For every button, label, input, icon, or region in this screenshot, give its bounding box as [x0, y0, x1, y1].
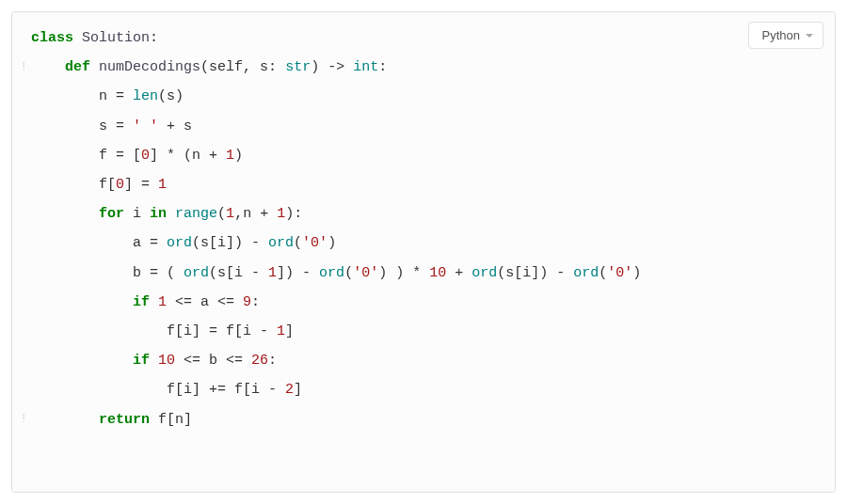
- token-op: f[i] = f[i -: [31, 323, 277, 339]
- token-op: b = (: [31, 265, 184, 281]
- token-op: n =: [31, 88, 133, 104]
- token-num: 1: [277, 323, 285, 339]
- token-op: + s: [158, 118, 192, 134]
- gutter-line: !: [12, 53, 29, 82]
- token-op: s =: [31, 118, 133, 134]
- token-cls: Solution: [82, 30, 150, 46]
- token-op: f = [: [31, 148, 141, 164]
- token-num: 10: [429, 265, 446, 281]
- token-op: f[: [31, 177, 116, 193]
- token-num: 1: [158, 177, 167, 193]
- token-kw: def: [65, 59, 90, 75]
- gutter-line: [12, 24, 29, 53]
- token-fn: numDecodings: [99, 59, 200, 75]
- gutter-line: [12, 375, 29, 404]
- token-op: :: [268, 353, 277, 369]
- token-bi: ord: [471, 265, 497, 281]
- chevron-down-icon: [806, 34, 813, 38]
- token-op: [31, 353, 133, 369]
- token-kw: if: [133, 353, 150, 369]
- gutter-line: [12, 317, 29, 346]
- token-num: 1: [268, 265, 277, 281]
- token-num: 9: [243, 294, 251, 310]
- gutter-line: [12, 346, 29, 375]
- token-op: (s[i]) -: [497, 265, 573, 281]
- gutter-line: [12, 170, 29, 199]
- gutter-line: [12, 228, 29, 258]
- token-kw: for: [99, 206, 124, 222]
- token-kw: in: [150, 206, 167, 222]
- token-op: (s[i -: [209, 265, 268, 281]
- token-op: [31, 59, 65, 75]
- gutter-line: [12, 199, 29, 228]
- token-id: self: [209, 59, 243, 75]
- token-op: :: [150, 30, 158, 46]
- token-bi: len: [133, 88, 158, 104]
- token-bi: ord: [573, 265, 599, 281]
- token-bi: ord: [268, 235, 294, 251]
- token-op: +: [446, 265, 471, 281]
- token-kw: if: [133, 294, 150, 310]
- token-op: [31, 206, 99, 222]
- token-op: (s): [158, 88, 184, 104]
- gutter-line: [12, 112, 29, 141]
- token-op: f[i] += f[i -: [31, 382, 285, 398]
- token-op: ) ->: [311, 59, 353, 75]
- token-str: '0': [302, 235, 328, 251]
- token-num: 26: [251, 353, 268, 369]
- token-bi: ord: [184, 265, 209, 281]
- token-op: (: [599, 265, 607, 281]
- code-block: class Solution: def numDecodings(self, s…: [12, 12, 835, 446]
- token-op: (: [217, 206, 226, 222]
- gutter-line: [12, 141, 29, 170]
- token-op: ,n +: [234, 206, 277, 222]
- token-bi: int: [353, 59, 378, 75]
- token-op: (: [294, 235, 302, 251]
- token-num: 2: [285, 382, 294, 398]
- token-op: (s[i]) -: [192, 235, 268, 251]
- token-kw: class: [31, 30, 73, 46]
- token-op: ] =: [124, 177, 158, 193]
- token-bi: range: [175, 206, 217, 222]
- token-op: [150, 294, 158, 310]
- token-op: [73, 30, 82, 46]
- token-op: ):: [285, 206, 302, 222]
- token-str: ' ': [133, 118, 158, 134]
- token-op: [90, 59, 99, 75]
- token-num: 0: [141, 148, 150, 164]
- gutter-line: !: [12, 404, 29, 433]
- token-op: i: [124, 206, 150, 222]
- token-op: ) ) *: [378, 265, 429, 281]
- token-bi: str: [285, 59, 311, 75]
- token-op: , s:: [243, 59, 285, 75]
- language-selector[interactable]: Python: [748, 22, 823, 49]
- token-op: ] * (n +: [150, 148, 226, 164]
- code-panel: Python !! class Solution: def numDecodin…: [11, 11, 836, 493]
- token-bi: ord: [167, 235, 192, 251]
- token-num: 1: [226, 206, 234, 222]
- token-num: 1: [226, 148, 234, 164]
- token-op: <= b <=: [175, 353, 251, 369]
- token-num: 10: [158, 353, 175, 369]
- token-op: :: [378, 59, 387, 75]
- line-number-gutter: !!: [12, 12, 29, 492]
- token-op: [167, 206, 175, 222]
- token-str: '0': [353, 265, 378, 281]
- token-num: 0: [116, 177, 124, 193]
- token-op: ): [234, 148, 243, 164]
- token-num: 1: [277, 206, 285, 222]
- token-op: <= a <=: [167, 294, 243, 310]
- token-op: [150, 353, 158, 369]
- gutter-line: [12, 434, 29, 464]
- token-op: [31, 412, 99, 428]
- token-op: ]) -: [277, 265, 319, 281]
- gutter-line: [12, 82, 29, 111]
- token-op: [31, 294, 133, 310]
- token-kw: return: [99, 412, 150, 428]
- gutter-line: [12, 288, 29, 317]
- gutter-line: [12, 464, 29, 492]
- token-op: ): [328, 235, 336, 251]
- token-op: a =: [31, 235, 167, 251]
- language-label: Python: [762, 28, 800, 42]
- gutter-line: [12, 259, 29, 288]
